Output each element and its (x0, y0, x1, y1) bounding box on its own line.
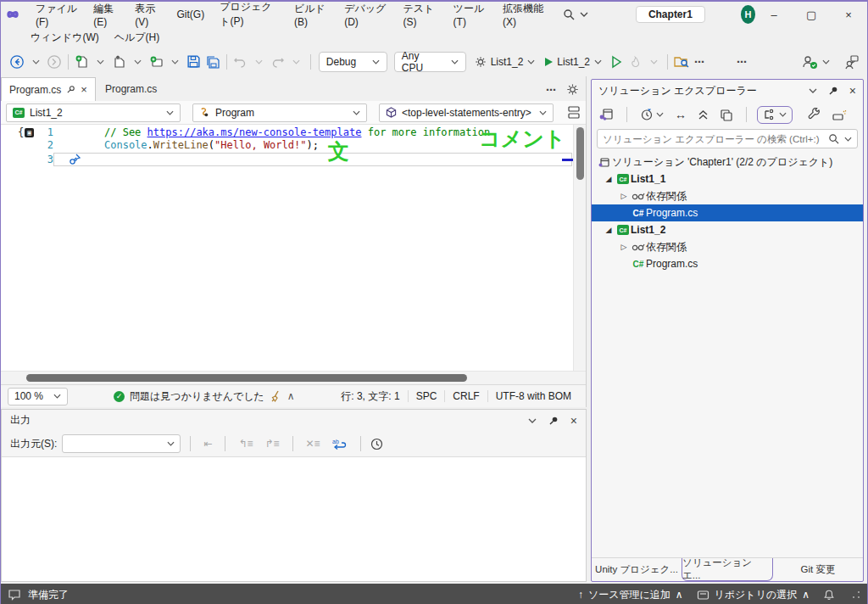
scrollbar-thumb[interactable] (26, 374, 467, 382)
previous-message-icon[interactable]: ↰≡ (235, 438, 256, 450)
switch-views-icon[interactable] (597, 106, 616, 123)
solution-name-badge[interactable]: Chapter1 (636, 6, 705, 23)
zoom-level-dropdown[interactable]: 100 % (8, 388, 68, 405)
member-dropdown[interactable]: <top-level-statements-entry> (379, 103, 554, 122)
timestamp-clock-icon[interactable] (370, 438, 383, 450)
add-new-item-dropdown[interactable] (166, 52, 185, 72)
open-file-dropdown[interactable] (129, 52, 147, 72)
save-button[interactable] (185, 52, 203, 72)
chevron-up-icon[interactable]: ∧ (287, 390, 295, 402)
code-cleanup-broom-icon[interactable] (270, 390, 282, 403)
menu-project[interactable]: プロジェクト(P) (212, 4, 287, 25)
search-input[interactable] (603, 134, 823, 144)
start-debugging-button[interactable]: List1_2 (540, 52, 607, 72)
pending-changes-filter-button[interactable] (637, 106, 666, 123)
menu-tools[interactable]: ツール(T) (446, 4, 495, 25)
toolbar-options-button[interactable]: ⋯ (691, 52, 709, 72)
tab-git-changes[interactable]: Git 変更 (773, 558, 863, 581)
navigate-back-dropdown[interactable] (26, 52, 45, 72)
window-position-chevron-icon[interactable] (528, 418, 537, 423)
navigate-back-button[interactable] (8, 52, 26, 72)
message-bubble-icon[interactable] (8, 589, 21, 601)
menu-extensions[interactable]: 拡張機能(X) (495, 4, 553, 25)
menu-file[interactable]: ファイル(F) (28, 4, 86, 25)
new-file-button[interactable] (73, 52, 92, 72)
pin-icon[interactable] (548, 416, 559, 426)
menu-git[interactable]: Git(G) (170, 4, 213, 25)
code-link[interactable]: https://aka.ms/new-console-template (147, 126, 362, 138)
menu-debug[interactable]: デバッグ(D) (337, 4, 395, 25)
live-share-button[interactable] (796, 52, 835, 72)
close-button[interactable]: × (830, 3, 867, 26)
close-icon[interactable]: × (570, 414, 577, 428)
indentation-mode[interactable]: SPC (408, 390, 445, 402)
tree-row-dependencies-2[interactable]: ▷ 依存関係 (592, 238, 863, 255)
next-message-icon[interactable]: ↱≡ (261, 438, 282, 450)
minimize-button[interactable]: – (755, 3, 793, 26)
expanded-arrow-icon[interactable]: ◢ (602, 175, 615, 183)
tab-program-cs-inactive[interactable]: Program.cs (97, 77, 164, 101)
output-content[interactable] (2, 456, 586, 581)
tree-row-program-cs-2[interactable]: C# Program.cs (592, 255, 863, 272)
editor-horizontal-scrollbar[interactable] (1, 371, 586, 384)
menu-test[interactable]: テスト(S) (395, 4, 445, 25)
notifications-bell-icon[interactable] (823, 589, 835, 601)
code-editor[interactable]: {▣ 1 // See https://aka.ms/new-console-t… (1, 125, 586, 371)
project-dropdown[interactable]: C# List1_2 (6, 103, 181, 122)
menu-edit[interactable]: 編集(E) (86, 4, 127, 25)
undo-button[interactable] (231, 52, 250, 72)
chevron-down-icon[interactable] (844, 137, 852, 142)
word-wrap-icon[interactable]: ab (329, 438, 351, 450)
properties-wrench-icon[interactable] (805, 106, 824, 123)
type-dropdown[interactable]: Program (192, 103, 367, 122)
health-indicator[interactable]: ✓ 問題は見つかりませんでした ∧ (114, 389, 295, 404)
clear-all-icon[interactable]: ✕≡ (303, 438, 324, 450)
maximize-button[interactable]: ▢ (793, 3, 830, 26)
toolbar-overflow-button[interactable]: ⋯ (733, 52, 752, 72)
new-file-dropdown[interactable] (92, 52, 110, 72)
tab-program-cs-active[interactable]: Program.cs × (1, 77, 96, 101)
tab-unity-project[interactable]: Unity プロジェク... (592, 558, 682, 581)
caret-position[interactable]: 行: 3, 文字: 1 (333, 389, 407, 404)
tab-overflow-button[interactable]: ⋯ (546, 84, 558, 96)
redo-button[interactable] (269, 52, 287, 72)
file-nesting-toggle[interactable] (757, 106, 793, 124)
goto-message-icon[interactable]: ⇤ (200, 438, 215, 450)
menu-build[interactable]: ビルド(B) (287, 4, 337, 25)
output-source-dropdown[interactable] (62, 434, 181, 453)
menu-help[interactable]: ヘルプ(H) (107, 27, 168, 48)
send-feedback-button[interactable] (842, 52, 860, 72)
hot-reload-button[interactable] (626, 52, 644, 72)
redo-dropdown[interactable] (287, 52, 306, 72)
scrollbar-thumb[interactable] (576, 127, 584, 180)
add-to-source-control-button[interactable]: ↑ ソース管理に追加 ∧ (578, 588, 683, 602)
select-repository-button[interactable]: リポジトリの選択 ∧ (697, 588, 810, 602)
collapse-all-icon[interactable] (695, 108, 711, 122)
tree-row-project-list1-2[interactable]: ◢ C# List1_2 (592, 221, 863, 238)
collapsed-arrow-icon[interactable]: ▷ (617, 192, 631, 200)
navigate-forward-button[interactable] (45, 52, 64, 72)
close-icon[interactable]: × (81, 83, 87, 96)
solution-platform-dropdown[interactable]: Any CPU (394, 52, 466, 72)
window-position-chevron-icon[interactable] (809, 88, 817, 93)
menu-view[interactable]: 表示(V) (127, 4, 169, 25)
pin-icon[interactable] (828, 86, 838, 96)
menu-window[interactable]: ウィンドウ(W) (23, 27, 107, 48)
editor-vertical-scrollbar[interactable] (573, 125, 586, 371)
open-file-button[interactable] (110, 52, 129, 72)
save-all-button[interactable] (203, 52, 222, 72)
sync-with-active-document-icon[interactable]: ↔ (672, 106, 689, 123)
collapsed-arrow-icon[interactable]: ▷ (617, 243, 631, 251)
tree-row-project-list1-1[interactable]: ◢ C# List1_1 (592, 171, 863, 187)
encoding[interactable]: UTF-8 with BOM (487, 390, 579, 402)
split-window-icon[interactable] (567, 106, 581, 119)
titlebar-search-button[interactable] (563, 8, 588, 20)
startup-profile-dropdown[interactable]: List1_2 (470, 52, 541, 72)
solution-configuration-dropdown[interactable]: Debug (319, 52, 387, 72)
preview-selected-items-icon[interactable] (830, 107, 850, 123)
close-icon[interactable]: × (849, 84, 856, 98)
pin-icon[interactable] (66, 85, 75, 94)
show-all-files-icon[interactable] (717, 107, 736, 123)
tree-row-program-cs-selected[interactable]: C# Program.cs (592, 204, 863, 221)
hot-reload-dropdown[interactable] (644, 52, 663, 72)
